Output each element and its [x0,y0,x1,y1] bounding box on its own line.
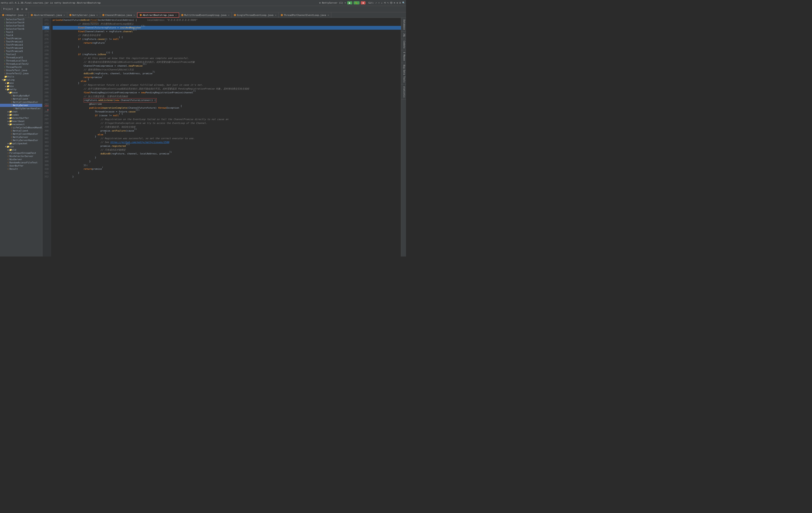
tree-item-testpromise[interactable]: C TestPromise [0,37,42,40]
tree-item-selectortest5[interactable]: C SelectorTest5 [0,24,42,27]
tab-radapter[interactable]: rAdapter.java × [0,12,29,18]
code-line-303: // See https://github.com/netty/netty/is… [53,141,401,144]
top-bar: netty-all-4.1.38.Final-sources.jar io ne… [0,0,406,6]
tree-item-threadlocal5[interactable]: C ThreadLocal5 [0,56,42,59]
tree-item-testpromise5[interactable]: C TestPromise5 [0,50,42,53]
java-icon: C [4,69,5,71]
tree-item-randomaccess[interactable]: C RandomAccessFileTest [0,161,42,164]
tab-close[interactable]: × [228,14,229,16]
tree-item-nettyserver-r[interactable]: C NettyServer [0,135,42,139]
tab-singlethreadeventloop[interactable]: SingleThreadEventLoop.java × [232,12,279,18]
tree-item-threadtest4[interactable]: C ThreadTest4 [0,65,42,69]
tree-item-aio[interactable]: ▶ 📁 aio [0,82,42,85]
line-278: 278 [42,45,50,49]
tab-multithreadeventloop[interactable]: MultithreadEventLoopGroup.java × [179,12,232,18]
tree-item-directbuffer[interactable]: ▶ 📁 directbuffer [0,117,42,120]
tree-item-splitpacket[interactable]: ▶ 📁 splitpacket [0,142,42,145]
stop-button[interactable]: ■ [361,1,366,4]
folder-icon: 📁 [9,120,12,123]
tree-item-nettyserver-base[interactable]: C NettyServer [0,104,42,107]
tab-threadperchannel[interactable]: ThreadPerChannelEventLoop.java × [279,12,331,18]
tab-close[interactable]: × [25,14,26,16]
code-line-290: final PendingRegistrationPromise promise… [53,91,401,95]
line-287: 287 [42,79,50,83]
run-button[interactable]: ▶ [347,1,352,4]
structure-btn[interactable]: ⊞ [16,7,20,11]
database-tab[interactable]: Database [401,18,406,32]
tree-item-nettyclient-r[interactable]: C NettyClient [0,129,42,132]
folder-icon: 📁 [3,79,6,81]
tab-nettyserver[interactable]: NettyServer.java × [67,12,100,18]
tree-item-selectortest6[interactable]: C SelectorTest6 [0,27,42,31]
tab-abstractchannel[interactable]: AbstractChannel.java × [29,12,67,18]
collapse-btn[interactable]: ≡ [20,7,24,11]
tree-item-label: NioServer [9,158,22,161]
tree-item-fileinputstreamtest[interactable]: C FileInputStreamTest [0,151,42,155]
tree-item-nettyclient[interactable]: C NettyClient [0,97,42,100]
tree-item-nettyserverhandler-r[interactable]: C NettyServerHandler [0,139,42,142]
arrow-icon: ▶ [8,142,9,145]
arrow-icon: ▶ [8,114,9,116]
arrow-icon: ▼ [8,123,9,126]
tree-item-label: codec [12,114,19,116]
bigdata-tab[interactable]: Big Data Tools [401,63,406,85]
tree-item-heartbeat[interactable]: ▶ 📁 heartbeat [0,120,42,123]
tab-close[interactable]: × [328,14,329,16]
tree-item-selectortest3[interactable]: C SelectorTest3 [0,18,42,21]
tree-item-threadlocaltest[interactable]: C ThreadLocalTest [0,59,42,62]
java-icon: C [4,41,5,43]
debug-button[interactable]: 🐛 [354,1,359,4]
jql-tab[interactable]: JQL [401,32,406,39]
tree-item-bio[interactable]: ▶ 📁 bio [0,85,42,88]
tree-item-nio[interactable]: ▼ 📁 nio [0,145,42,148]
tree-item-nioselectorserver[interactable]: C NioSelectorServer [0,155,42,158]
codota-tab[interactable]: Codota [401,39,406,50]
tree-item-testpromise4[interactable]: C TestPromise4 [0,47,42,50]
tree-item-label: ThreadLocalTest2 [6,63,28,65]
tab-close[interactable]: × [275,14,276,16]
tree-item-tuling[interactable]: ▼ 📁 tuling [0,78,42,82]
tree-item-label: SelectorTest6 [6,28,24,30]
tab-channelpromise[interactable]: ChannelPromise.java × [100,12,137,18]
java-icon: C [11,104,12,107]
tree-item-label: aio [9,82,14,85]
tree-item-reconnect[interactable]: ▼ 📁 reconnect [0,123,42,126]
tree-item-nettybytebuf[interactable]: C NettyByteBuf [0,94,42,97]
tree-item-unsafetest2[interactable]: C UnsafeTest2.java [0,72,42,75]
tree-item-result[interactable]: C Result [0,168,42,171]
tree-item-label: nio [9,145,14,148]
tree-item-test3[interactable]: C Test3 [0,31,42,34]
sidebar: C SelectorTest3 C SelectorTest4 C Select… [0,18,42,256]
tab-close[interactable]: × [96,14,98,16]
tab-close[interactable]: × [64,14,65,16]
tree-item-testpromise2[interactable]: C TestPromise2 [0,40,42,43]
tree-item-lifecycle[interactable]: C LifeCycleInBoundHandler [0,126,42,129]
tree-item-nettyclienthandler-r[interactable]: C NettyClientHandler [0,132,42,135]
tab-close[interactable]: × [175,14,177,16]
tab-close[interactable]: × [134,14,135,16]
tree-item-utils[interactable]: 📁 Utils [0,75,42,78]
tree-item-test4[interactable]: C Test4 [0,34,42,37]
tree-item-unsafetest[interactable]: C UnsafeTest.java [0,69,42,72]
tree-item-threadlocaltest2[interactable]: C ThreadLocalTest2 [0,62,42,65]
tree-item-testxx2[interactable]: C Testxx2 [0,53,42,56]
tree-item-base[interactable]: ▼ 📁 base [0,91,42,94]
tree-item-nioserver[interactable]: C NioServer [0,158,42,161]
tree-item-selectortest4[interactable]: C SelectorTest4 [0,21,42,24]
tab-abstractbootstrap[interactable]: AbstractBootstrap.java × [137,12,179,18]
code-line-289: // 由于注册操作由NioEventLoop线程去异步执行,因此可能会执行不完,… [53,87,401,91]
tree-item-userbuffer[interactable]: C UserBuffer [0,164,42,168]
tree-item-netty[interactable]: ▼ 📁 netty [0,88,42,91]
tree-item-nettyclienthandler[interactable]: C NettyClientHandler [0,100,42,104]
java-icon: C [13,108,14,110]
project-label[interactable]: Project [1,7,15,11]
tree-item-chat[interactable]: ▶ 📁 chat [0,110,42,113]
tree-item-nettyserverhandler[interactable]: C NettyServerHandler [0,107,42,110]
emaven-tab[interactable]: E Maven [401,50,406,63]
statistic-tab[interactable]: statistic [401,85,406,99]
code-line-307: } [53,156,401,159]
settings-btn[interactable]: ⚙ [24,7,28,11]
tree-item-testpromise3[interactable]: C TestPromise3 [0,43,42,47]
tree-item-codec[interactable]: ▶ 📁 codec [0,113,42,117]
tree-item-old[interactable]: ▶ 📁 old [0,148,42,151]
